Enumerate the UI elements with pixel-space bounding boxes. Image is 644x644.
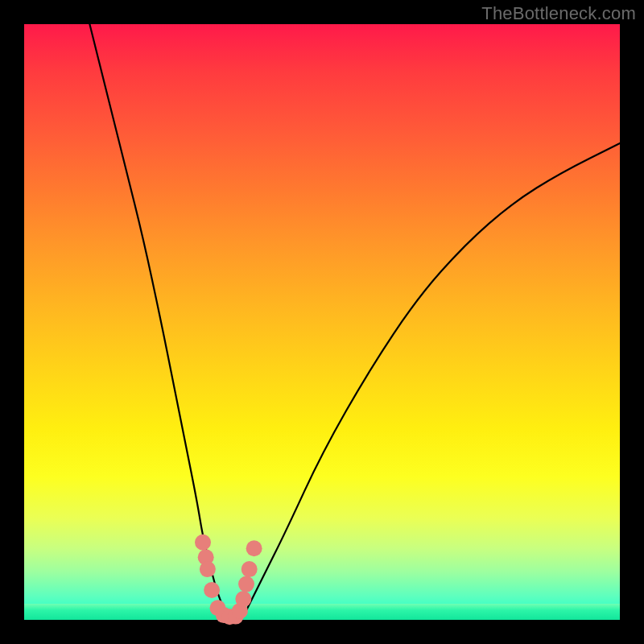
marker-dot [195, 535, 211, 551]
marker-dot [246, 540, 262, 556]
marker-dots [195, 535, 262, 625]
plot-area [24, 24, 620, 620]
chart-frame: TheBottleneck.com [0, 0, 644, 644]
chart-svg [24, 24, 620, 620]
watermark-text: TheBottleneck.com [481, 3, 636, 24]
marker-dot [204, 582, 220, 598]
marker-dot [235, 591, 251, 607]
marker-dot [242, 561, 258, 577]
marker-dot [200, 561, 216, 577]
bottleneck-curve [89, 24, 620, 620]
marker-dot [238, 576, 254, 592]
